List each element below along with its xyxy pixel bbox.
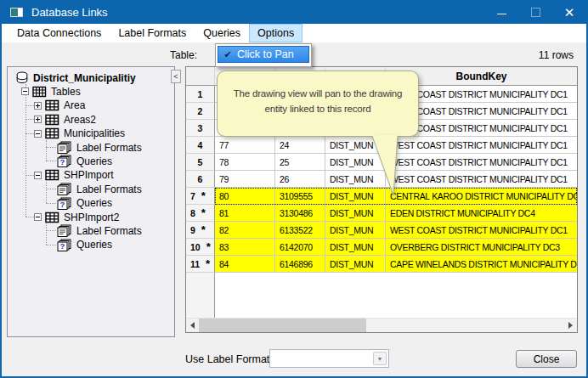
- table-cell[interactable]: CAPE WINELANDS DISTRICT MUNICIPALITY DC: [386, 256, 577, 273]
- table-cell[interactable]: DIST_MUN: [325, 222, 386, 239]
- row-number: 10: [190, 242, 201, 252]
- table-cell[interactable]: 6133522: [275, 222, 325, 239]
- row-header[interactable]: 9*: [186, 222, 215, 239]
- table-cell[interactable]: WEST COAST DISTRICT MUNICIPALITY DC1: [386, 137, 577, 154]
- scrollbar-thumb[interactable]: [199, 319, 366, 332]
- table-cell[interactable]: 24: [275, 137, 325, 154]
- row-header[interactable]: 6: [186, 171, 215, 188]
- tree-item-tables[interactable]: Tables: [8, 84, 174, 99]
- maximize-button: [518, 0, 552, 24]
- tree-item-area[interactable]: Area: [8, 99, 174, 113]
- table-cell[interactable]: DIST_MUN: [325, 205, 386, 222]
- table-icon: [45, 114, 59, 126]
- collapse-minus-icon[interactable]: [21, 87, 29, 95]
- tree-item-queries[interactable]: ?Queries: [8, 196, 174, 211]
- table-row[interactable]: 10*836142070DIST_MUNOVERBERG DISTRICT MU…: [186, 239, 577, 256]
- titlebar[interactable]: Database Links ✕: [0, 0, 588, 24]
- table-cell[interactable]: 25: [275, 154, 325, 171]
- tree-item-shpimport2[interactable]: SHPImport2: [8, 210, 174, 224]
- expand-plus-icon[interactable]: [34, 102, 42, 110]
- row-header[interactable]: 10*: [186, 239, 215, 256]
- row-header[interactable]: 3: [186, 120, 215, 137]
- menu-queries[interactable]: Queries: [195, 24, 249, 42]
- tree-item-queries[interactable]: ?Queries: [8, 154, 174, 168]
- table-cell[interactable]: 79: [215, 171, 275, 188]
- table-cell[interactable]: 81: [215, 205, 275, 222]
- scroll-right-button[interactable]: [564, 319, 577, 332]
- table-cell[interactable]: 84: [215, 256, 275, 273]
- column-header[interactable]: [186, 67, 215, 86]
- menu-item-click-to-pan[interactable]: ✔ Click to Pan: [218, 46, 309, 63]
- table-cell[interactable]: CENTRAL KAROO DISTRICT MUNICIPALITY DC: [386, 188, 577, 205]
- close-window-button[interactable]: ✕: [552, 0, 586, 24]
- tree-item-municipalities[interactable]: Municipalities: [8, 127, 174, 141]
- tree-item-label: Municipalities: [64, 127, 125, 139]
- table-row[interactable]: 11*846146896DIST_MUNCAPE WINELANDS DISTR…: [186, 256, 577, 273]
- queries-icon: ?: [57, 155, 72, 167]
- table-empty-area: [186, 273, 577, 318]
- tree-item-label-formats[interactable]: Label Formats: [8, 182, 174, 196]
- menu-data-connections[interactable]: Data Connections: [8, 24, 110, 42]
- row-header[interactable]: 1: [186, 86, 215, 103]
- label-format-combobox[interactable]: ▼: [269, 349, 389, 368]
- table-cell[interactable]: 78: [215, 154, 275, 171]
- tree-item-label-formats[interactable]: Label Formats: [8, 140, 174, 155]
- tree-item-shpimport[interactable]: SHPImport: [8, 168, 174, 183]
- row-count-label: 11 rows: [539, 49, 574, 61]
- table-cell[interactable]: 3130486: [275, 205, 325, 222]
- label-formats-icon: [57, 224, 72, 237]
- table-cell[interactable]: 77: [215, 137, 275, 154]
- menu-label-formats[interactable]: Label Formats: [110, 24, 195, 42]
- table-row[interactable]: 9*826133522DIST_MUNWEST COAST DISTRICT M…: [186, 222, 577, 239]
- svg-text:?: ?: [60, 200, 65, 209]
- menu-options[interactable]: Options: [249, 24, 302, 42]
- table-cell[interactable]: 82: [215, 222, 275, 239]
- table-cell[interactable]: 83: [215, 239, 275, 256]
- horizontal-scrollbar[interactable]: [186, 318, 577, 332]
- tree-item-label-formats[interactable]: Label Formats: [8, 223, 174, 238]
- collapse-tree-button[interactable]: <: [171, 70, 181, 83]
- table-cell[interactable]: 3109555: [275, 188, 325, 205]
- linked-record-star: *: [201, 209, 206, 217]
- arrow-right-icon: [568, 322, 573, 329]
- table-cell[interactable]: WEST COAST DISTRICT MUNICIPALITY DC1: [386, 154, 577, 171]
- tree-item-label: Label Formats: [76, 225, 142, 237]
- row-header[interactable]: 7*: [186, 188, 215, 205]
- chevron-down-icon: ▼: [377, 356, 383, 362]
- tree-item-district-municipalitiy[interactable]: District_Municipalitiy: [8, 71, 174, 85]
- table-cell[interactable]: OVERBERG DISTRICT MUNICIPALITY DC3: [386, 239, 577, 256]
- expand-plus-icon[interactable]: [34, 116, 42, 123]
- database-icon: [15, 71, 29, 84]
- table-cell[interactable]: EDEN DISTRICT MUNICIPALITY DC4: [386, 205, 577, 222]
- combo-dropdown-button[interactable]: ▼: [373, 352, 387, 365]
- table-cell[interactable]: 26: [275, 171, 325, 188]
- label-formats-icon: [57, 183, 72, 195]
- row-number: 9: [190, 225, 195, 235]
- collapse-minus-icon[interactable]: [34, 130, 42, 138]
- tree-item-areas2[interactable]: Areas2: [8, 112, 174, 127]
- table-cell[interactable]: WEST COAST DISTRICT MUNICIPALITY DC1: [386, 222, 577, 239]
- row-header[interactable]: 8*: [186, 205, 215, 222]
- options-menu-popup: ✔ Click to Pan: [215, 43, 312, 67]
- close-button[interactable]: Close: [516, 350, 577, 368]
- table-cell[interactable]: 6142070: [275, 239, 325, 256]
- table-cell[interactable]: WEST COAST DISTRICT MUNICIPALITY DC1: [386, 171, 577, 188]
- table-cell[interactable]: 6146896: [275, 256, 325, 273]
- collapse-minus-icon[interactable]: [34, 172, 42, 179]
- tree-item-label: SHPImport: [64, 169, 114, 181]
- tree-item-queries[interactable]: ?Queries: [8, 238, 174, 252]
- collapse-minus-icon[interactable]: [34, 213, 42, 221]
- table-cell[interactable]: DIST_MUN: [325, 239, 386, 256]
- row-header[interactable]: 4: [186, 137, 215, 154]
- linked-record-star: *: [206, 260, 210, 268]
- row-header[interactable]: 11*: [186, 256, 215, 273]
- table-cell[interactable]: 80: [215, 188, 275, 205]
- scroll-left-button[interactable]: [186, 319, 199, 332]
- table-row[interactable]: 8*813130486DIST_MUNEDEN DISTRICT MUNICIP…: [186, 205, 577, 222]
- tooltip-text: The drawing view will pan to the drawing…: [218, 71, 418, 117]
- minimize-button[interactable]: [484, 0, 518, 24]
- row-header[interactable]: 2: [186, 103, 215, 120]
- row-header[interactable]: 5: [186, 154, 215, 171]
- table-cell[interactable]: DIST_MUN: [325, 256, 386, 273]
- menu-bar: Data ConnectionsLabel FormatsQueriesOpti…: [2, 24, 586, 42]
